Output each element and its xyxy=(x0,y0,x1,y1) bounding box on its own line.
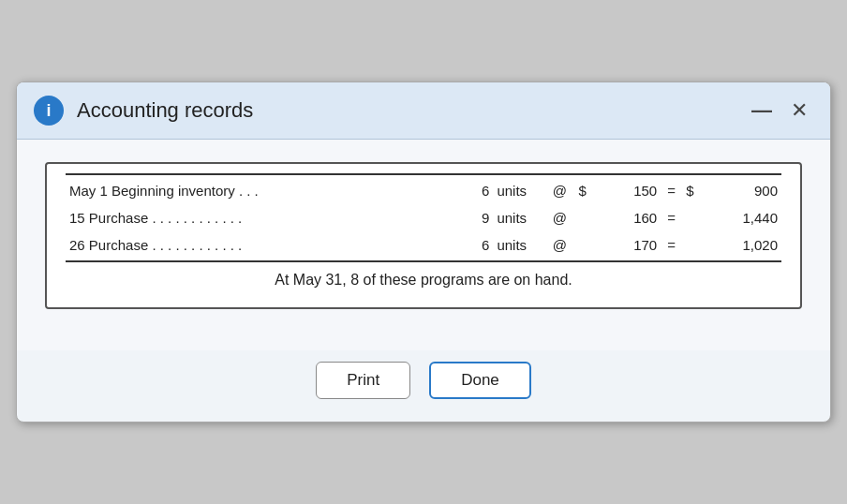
row-label: May 1 Beginning inventory . . . xyxy=(66,174,454,204)
row-total: 900 xyxy=(704,174,781,204)
row-label: 15 Purchase . . . . . . . . . . . . xyxy=(66,204,454,231)
header-left: i Accounting records xyxy=(34,96,253,126)
minimize-button[interactable]: — xyxy=(746,98,776,123)
row-total-sign: $ xyxy=(682,174,704,204)
row-units: units xyxy=(493,231,544,261)
row-qty: 9 xyxy=(454,204,493,231)
table-row: 15 Purchase . . . . . . . . . . . . 9 un… xyxy=(66,204,781,231)
dialog-header: i Accounting records — ✕ xyxy=(17,82,830,140)
header-controls: — ✕ xyxy=(746,98,813,123)
row-price: 170 xyxy=(596,231,661,261)
close-button[interactable]: ✕ xyxy=(785,98,813,123)
print-button[interactable]: Print xyxy=(316,362,410,399)
row-qty: 6 xyxy=(454,174,493,204)
accounting-records-dialog: i Accounting records — ✕ May 1 Beginning… xyxy=(16,82,831,422)
row-price: 160 xyxy=(596,204,661,231)
row-units: units xyxy=(493,174,544,204)
table-note: At May 31, 8 of these programs are on ha… xyxy=(66,262,781,292)
row-total-sign xyxy=(682,231,704,261)
info-icon: i xyxy=(34,96,64,126)
row-eq: = xyxy=(661,231,682,261)
row-at: @ xyxy=(544,204,574,231)
row-dollar-sign: $ xyxy=(574,174,596,204)
row-total-sign xyxy=(682,204,704,231)
records-table: May 1 Beginning inventory . . . 6 units … xyxy=(66,173,781,262)
done-button[interactable]: Done xyxy=(429,362,531,399)
row-eq: = xyxy=(661,204,682,231)
row-units: units xyxy=(493,204,544,231)
dialog-body: May 1 Beginning inventory . . . 6 units … xyxy=(17,140,830,350)
row-dollar-sign xyxy=(574,231,596,261)
row-price: 150 xyxy=(596,174,661,204)
row-label: 26 Purchase . . . . . . . . . . . . xyxy=(66,231,454,261)
row-total: 1,440 xyxy=(704,204,781,231)
table-row: May 1 Beginning inventory . . . 6 units … xyxy=(66,174,781,204)
row-eq: = xyxy=(661,174,682,204)
row-dollar-sign xyxy=(574,204,596,231)
row-at: @ xyxy=(544,174,574,204)
table-row: 26 Purchase . . . . . . . . . . . . 6 un… xyxy=(66,231,781,261)
row-total: 1,020 xyxy=(704,231,781,261)
row-at: @ xyxy=(544,231,574,261)
dialog-footer: Print Done xyxy=(17,350,830,422)
records-table-container: May 1 Beginning inventory . . . 6 units … xyxy=(45,162,802,309)
row-qty: 6 xyxy=(454,231,493,261)
dialog-title: Accounting records xyxy=(77,98,253,123)
